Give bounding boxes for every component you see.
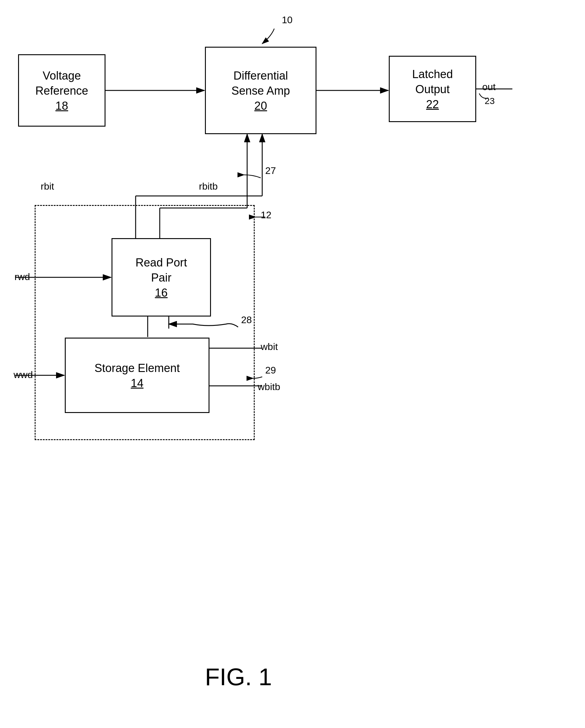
diff-sense-amp-number: 20 xyxy=(255,100,267,112)
storage-element-box: Storage Element 14 xyxy=(65,338,210,413)
rbitb-label: rbitb xyxy=(199,181,218,192)
latched-output-box: Latched Output 22 xyxy=(389,56,476,122)
wbit-label: wbit xyxy=(261,341,278,353)
latched-output-number: 22 xyxy=(426,98,439,111)
ref-29-label: 29 xyxy=(265,365,276,376)
voltage-reference-label: Voltage Reference xyxy=(35,69,88,98)
read-port-pair-number: 16 xyxy=(155,286,167,300)
read-port-pair-label: Read Port Pair xyxy=(135,255,187,285)
storage-element-label: Storage Element xyxy=(94,361,180,375)
read-port-pair-box: Read Port Pair 16 xyxy=(111,238,211,316)
rwd-label: rwd xyxy=(15,271,30,283)
voltage-reference-box: Voltage Reference 18 xyxy=(18,54,105,127)
wwd-label: wwd xyxy=(14,369,33,381)
diff-sense-amp-box: Differential Sense Amp 20 xyxy=(205,47,316,134)
storage-element-number: 14 xyxy=(131,377,143,390)
figure-caption: FIG. 1 xyxy=(205,663,272,691)
ref-10-label: 10 xyxy=(282,15,293,26)
diff-sense-amp-label: Differential Sense Amp xyxy=(232,69,290,98)
latched-output-label: Latched Output xyxy=(412,67,453,97)
out-label: out xyxy=(482,81,496,93)
ref-12-label: 12 xyxy=(261,209,271,220)
rbit-label: rbit xyxy=(41,181,54,192)
ref-27-label: 27 xyxy=(265,165,276,176)
wbitb-label: wbitb xyxy=(258,381,280,392)
ref-28-label: 28 xyxy=(241,314,252,326)
voltage-reference-number: 18 xyxy=(55,100,68,112)
ref-23-label: 23 xyxy=(485,96,495,106)
diagram-container: 10 Voltage Reference 18 Differential Sen… xyxy=(0,0,585,728)
